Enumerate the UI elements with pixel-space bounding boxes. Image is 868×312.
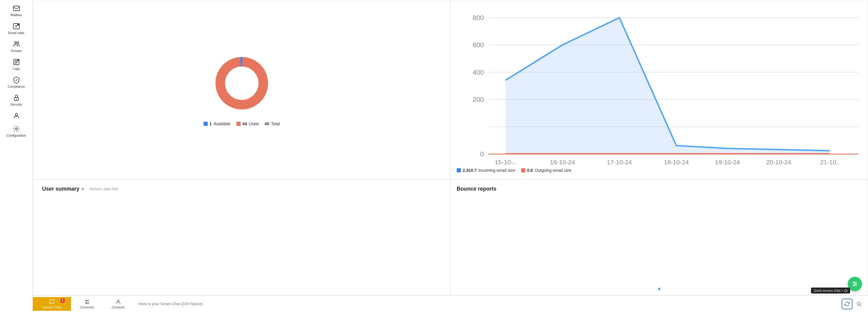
bottom-bar: Unread Chats 1 Channels Contacts bbox=[33, 295, 868, 312]
legend-used: 44 Used bbox=[237, 122, 258, 126]
filter-icon bbox=[851, 281, 858, 287]
svg-text:800: 800 bbox=[472, 14, 484, 22]
contacts-icon bbox=[115, 299, 121, 305]
incoming-label: Incoming email size bbox=[478, 168, 515, 173]
unread-chats-icon bbox=[49, 299, 55, 305]
svg-text:20-10-24: 20-10-24 bbox=[766, 159, 791, 166]
svg-point-8 bbox=[16, 99, 17, 100]
search-button[interactable] bbox=[854, 299, 864, 309]
donut-legend: 1 Available 44 Used 45 Total bbox=[204, 122, 280, 126]
total-count: 45 bbox=[265, 122, 269, 126]
line-chart-wrapper: 800 600 400 200 0 15-10-.. 16-10-24 17-1… bbox=[457, 6, 862, 166]
svg-point-11 bbox=[220, 62, 263, 105]
line-chart-svg: 800 600 400 200 0 15-10-.. 16-10-24 17-1… bbox=[457, 6, 862, 166]
svg-point-44 bbox=[855, 283, 856, 284]
sidebar-item-configuration-label: Configuration bbox=[6, 134, 26, 137]
svg-point-36 bbox=[86, 303, 87, 303]
bounce-reports-header: Bounce reports bbox=[457, 186, 496, 192]
available-label: Available bbox=[213, 122, 230, 126]
incoming-dot bbox=[457, 168, 461, 172]
outgoing-value: 0.8 bbox=[527, 168, 533, 173]
sidebar: Mailbox Email stats Groups Logs bbox=[0, 0, 33, 312]
incoming-legend: 2,410.7 Incoming email size bbox=[457, 168, 515, 173]
search-icon bbox=[856, 301, 862, 307]
bounce-reports-title: Bounce reports bbox=[457, 186, 496, 192]
sidebar-item-logs-label: Logs bbox=[13, 67, 20, 70]
donut-chart-panel: 1 Available 44 Used 45 Total bbox=[33, 0, 451, 180]
chart-legend: 2,410.7 Incoming email size 0.8 Outgoing… bbox=[457, 168, 571, 173]
unread-chats-badge: 1 bbox=[60, 298, 65, 303]
svg-text:200: 200 bbox=[472, 96, 484, 103]
logs-icon bbox=[13, 59, 20, 66]
groups-icon bbox=[13, 41, 20, 48]
sidebar-item-mailbox-label: Mailbox bbox=[11, 13, 22, 17]
total-label: Total bbox=[271, 122, 280, 126]
donut-chart bbox=[212, 54, 272, 113]
svg-point-37 bbox=[88, 303, 89, 303]
sidebar-item-security-label: Security bbox=[10, 103, 22, 106]
sidebar-item-mailbox[interactable]: Mailbox bbox=[0, 2, 33, 19]
mailbox-icon bbox=[13, 5, 20, 12]
svg-point-9 bbox=[15, 113, 18, 116]
used-count: 44 bbox=[242, 122, 247, 126]
outgoing-legend: 0.8 Outgoing email size bbox=[521, 168, 571, 173]
tab-contacts[interactable]: Contacts bbox=[103, 297, 133, 311]
user-summary-header: User summary ● Historic data N/A bbox=[42, 186, 119, 192]
legend-total: 45 Total bbox=[265, 122, 280, 126]
svg-point-33 bbox=[658, 288, 660, 290]
svg-point-6 bbox=[18, 59, 20, 61]
contacts-label: Contacts bbox=[112, 306, 124, 309]
quick-access-tooltip: Quick access (Opt + Q) bbox=[811, 287, 850, 293]
sidebar-item-person[interactable] bbox=[0, 110, 33, 122]
svg-point-2 bbox=[17, 24, 19, 26]
sidebar-item-groups-label: Groups bbox=[11, 49, 22, 53]
available-dot bbox=[204, 122, 208, 126]
svg-point-38 bbox=[117, 300, 119, 302]
incoming-value: 2,410.7 bbox=[463, 168, 477, 173]
bounce-chart-stub bbox=[451, 277, 868, 295]
svg-text:600: 600 bbox=[472, 41, 484, 48]
smart-chat-input[interactable] bbox=[134, 302, 842, 306]
sidebar-item-compliance-label: Compliance bbox=[7, 85, 25, 88]
sidebar-item-security[interactable]: Security bbox=[0, 92, 33, 109]
svg-point-3 bbox=[14, 42, 17, 43]
svg-point-35 bbox=[88, 300, 89, 301]
used-label: Used bbox=[249, 122, 259, 126]
svg-text:15-10-..: 15-10-.. bbox=[495, 159, 516, 166]
svg-marker-32 bbox=[506, 18, 830, 154]
main-content: 1 Available 44 Used 45 Total bbox=[33, 0, 868, 312]
donut-svg bbox=[212, 54, 272, 113]
sidebar-item-groups[interactable]: Groups bbox=[0, 38, 33, 55]
sidebar-item-email-stats[interactable]: Email stats bbox=[0, 20, 33, 37]
svg-point-45 bbox=[854, 285, 855, 286]
security-icon bbox=[13, 94, 20, 101]
svg-rect-0 bbox=[13, 6, 20, 11]
quick-access-button[interactable] bbox=[842, 299, 852, 309]
tab-channels[interactable]: Channels bbox=[71, 297, 103, 311]
svg-text:19-10-24: 19-10-24 bbox=[715, 159, 740, 166]
unread-chats-label: Unread Chats bbox=[42, 306, 62, 309]
outgoing-dot bbox=[521, 168, 525, 172]
svg-point-34 bbox=[86, 300, 87, 301]
svg-text:17-10-24: 17-10-24 bbox=[607, 159, 632, 166]
tab-unread-chats[interactable]: Unread Chats 1 bbox=[33, 297, 71, 311]
legend-available: 1 Available bbox=[204, 122, 230, 126]
outgoing-label: Outgoing email size bbox=[535, 168, 571, 173]
sidebar-item-email-stats-label: Email stats bbox=[8, 31, 25, 35]
user-summary-panel: User summary ● Historic data N/A bbox=[33, 180, 451, 295]
svg-text:18-10-24: 18-10-24 bbox=[664, 159, 689, 166]
compliance-icon bbox=[13, 76, 20, 83]
user-summary-subtitle: Historic data N/A bbox=[89, 187, 119, 191]
user-summary-title: User summary bbox=[42, 186, 80, 192]
svg-text:0: 0 bbox=[480, 150, 484, 158]
svg-text:400: 400 bbox=[472, 68, 484, 76]
svg-point-10 bbox=[16, 128, 17, 130]
sidebar-item-configuration[interactable]: Configuration bbox=[0, 123, 33, 140]
configuration-icon bbox=[13, 125, 20, 132]
email-stats-icon bbox=[13, 23, 20, 30]
sidebar-item-compliance[interactable]: Compliance bbox=[0, 74, 33, 91]
channels-icon bbox=[84, 299, 90, 305]
sidebar-item-logs[interactable]: Logs bbox=[0, 56, 33, 73]
available-count: 1 bbox=[210, 122, 212, 126]
svg-text:21-10..: 21-10.. bbox=[820, 159, 840, 166]
